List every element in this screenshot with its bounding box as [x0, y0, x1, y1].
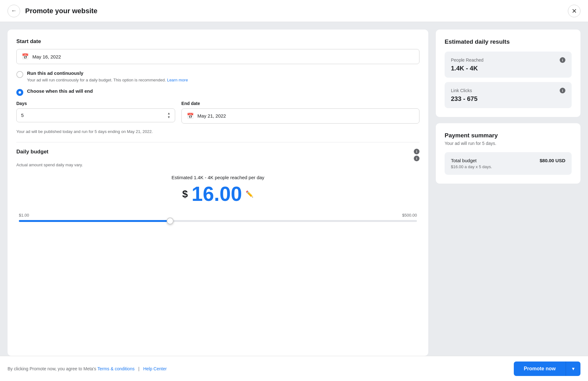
info-icons: i i — [414, 149, 419, 161]
page-title: Promote your website — [25, 7, 97, 15]
budget-dollar-sign: $ — [182, 188, 188, 200]
footer-terms-text: By clicking Promote now, you agree to Me… — [8, 366, 96, 371]
budget-amount-row: $ 16.00 ✏️ — [16, 184, 419, 204]
estimated-title: Estimated daily results — [445, 38, 572, 45]
radio-continuous-title: Run this ad continuously — [27, 70, 419, 76]
divider — [16, 142, 419, 142]
link-clicks-header: Link Clicks i — [451, 88, 565, 93]
radio-continuous-desc: Your ad will run continuously for a dail… — [27, 77, 419, 83]
estimated-results-card: Estimated daily results People Reached i… — [436, 30, 580, 117]
learn-more-link[interactable]: Learn more — [167, 78, 188, 82]
start-date-value: May 16, 2022 — [32, 54, 61, 59]
footer: By clicking Promote now, you agree to Me… — [0, 356, 588, 381]
left-panel: Start date 📅 May 16, 2022 Run this ad co… — [8, 30, 428, 356]
total-budget-left: Total budget $16.00 a day x 5 days. — [451, 158, 492, 169]
slider-labels: $1.00 $500.00 — [19, 213, 417, 218]
budget-info-icon-2[interactable]: i — [414, 156, 419, 161]
link-clicks-info-icon[interactable]: i — [560, 88, 565, 93]
radio-choose-end-title: Choose when this ad will end — [27, 88, 419, 94]
days-arrows[interactable]: ▲ ▼ — [167, 112, 170, 119]
radio-continuous[interactable]: Run this ad continuously Your ad will ru… — [16, 70, 419, 83]
edit-budget-icon[interactable]: ✏️ — [246, 190, 253, 198]
promote-dropdown-button[interactable]: ▼ — [566, 362, 580, 376]
footer-separator: | — [138, 366, 140, 371]
budget-estimate: Estimated 1.4K - 4K people reached per d… — [16, 175, 419, 180]
payment-title: Payment summary — [445, 132, 572, 139]
budget-slider-container: $1.00 $500.00 — [16, 213, 419, 222]
total-budget-card: Total budget $16.00 a day x 5 days. $80.… — [445, 152, 572, 175]
people-reached-header: People Reached i — [451, 57, 565, 63]
total-budget-row: Total budget $16.00 a day x 5 days. $80.… — [451, 158, 565, 169]
end-calendar-icon: 📅 — [187, 113, 194, 119]
radio-choose-end[interactable]: Choose when this ad will end — [16, 88, 419, 96]
calendar-icon: 📅 — [22, 53, 29, 60]
slider-thumb[interactable] — [167, 218, 174, 224]
people-reached-card: People Reached i 1.4K - 4K — [445, 52, 572, 78]
payment-subtitle: Your ad will run for 5 days. — [445, 141, 572, 146]
enddate-column: End date 📅 May 21, 2022 — [181, 101, 419, 124]
budget-header: Daily budget i i — [16, 149, 419, 161]
end-date-input[interactable]: 📅 May 21, 2022 — [181, 108, 419, 124]
days-input[interactable]: 5 ▲ ▼ — [16, 108, 175, 122]
back-button[interactable]: ← — [8, 5, 20, 17]
right-panel: Estimated daily results People Reached i… — [436, 30, 580, 356]
budget-amount: 16.00 — [191, 184, 242, 204]
people-reached-value: 1.4K - 4K — [451, 65, 565, 72]
terms-conditions-link[interactable]: Terms & conditions — [97, 366, 135, 371]
budget-subtitle: Actual amount spend daily may vary. — [16, 163, 419, 167]
days-down-arrow[interactable]: ▼ — [167, 116, 170, 119]
main-content: Start date 📅 May 16, 2022 Run this ad co… — [0, 22, 588, 356]
start-date-label: Start date — [16, 38, 419, 45]
days-up-arrow[interactable]: ▲ — [167, 112, 170, 115]
link-clicks-label: Link Clicks — [451, 88, 472, 93]
slider-fill — [19, 220, 170, 222]
radio-choose-end-text: Choose when this ad will end — [27, 88, 419, 94]
radio-continuous-text: Run this ad continuously Your ad will ru… — [27, 70, 419, 83]
slider-max-label: $500.00 — [402, 213, 417, 218]
header: ← Promote your website ✕ — [0, 0, 588, 22]
people-reached-info-icon[interactable]: i — [560, 57, 565, 63]
start-date-input[interactable]: 📅 May 16, 2022 — [16, 49, 419, 64]
publish-info: Your ad will be published today and run … — [16, 129, 419, 135]
days-value: 5 — [21, 113, 24, 118]
close-button[interactable]: ✕ — [568, 5, 580, 17]
days-enddate-row: Days 5 ▲ ▼ End date 📅 May 21, 2022 — [16, 101, 419, 124]
link-clicks-value: 233 - 675 — [451, 95, 565, 102]
radio-choose-end-circle — [16, 89, 23, 96]
footer-buttons: Promote now ▼ — [514, 362, 580, 376]
header-left: ← Promote your website — [8, 5, 97, 17]
radio-continuous-circle — [16, 71, 23, 78]
slider-min-label: $1.00 — [19, 213, 29, 218]
total-budget-amount: $80.00 USD — [540, 158, 565, 163]
footer-terms: By clicking Promote now, you agree to Me… — [8, 366, 167, 371]
link-clicks-card: Link Clicks i 233 - 675 — [445, 82, 572, 108]
budget-slider[interactable] — [19, 220, 417, 222]
budget-info-icon-1[interactable]: i — [414, 149, 419, 154]
days-column: Days 5 ▲ ▼ — [16, 101, 175, 124]
back-icon: ← — [11, 8, 17, 14]
total-budget-sublabel: $16.00 a day x 5 days. — [451, 164, 492, 169]
budget-title: Daily budget — [16, 149, 48, 155]
dropdown-arrow-icon: ▼ — [571, 366, 575, 371]
close-icon: ✕ — [572, 7, 577, 15]
payment-summary-card: Payment summary Your ad will run for 5 d… — [436, 123, 580, 184]
days-label: Days — [16, 101, 175, 106]
promote-now-button[interactable]: Promote now — [514, 362, 566, 376]
end-date-label: End date — [181, 101, 419, 106]
help-center-link[interactable]: Help Center — [143, 366, 167, 371]
end-date-value: May 21, 2022 — [197, 113, 226, 119]
total-budget-label: Total budget — [451, 158, 492, 163]
people-reached-label: People Reached — [451, 58, 484, 63]
